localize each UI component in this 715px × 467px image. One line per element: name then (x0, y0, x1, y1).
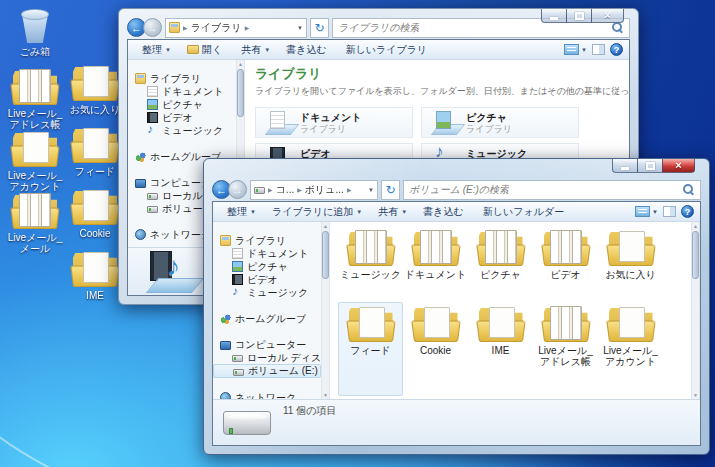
folder-item[interactable]: ビデオ (533, 226, 598, 302)
toolbar: 整理▼ライブラリに追加▼共有▼書き込む新しいフォルダー ▼ ? (213, 202, 700, 222)
nav-item[interactable]: ピクチャ (128, 98, 236, 111)
page-subtitle: ライブラリを開いてファイルを表示し、フォルダー別、日付別、またはその他の基準に従… (255, 85, 629, 98)
search-icon (612, 22, 624, 34)
content-pane: ミュージック ドキュメント ピクチャ ビデオ お気に入り フィード Cookie… (330, 222, 691, 399)
scrollbar-thumb[interactable] (322, 231, 329, 279)
refresh-button[interactable]: ↻ (381, 180, 400, 200)
window-volume-e[interactable]: × ← → ▶ コ...▶ボリュ...▶ ▼ ↻ ボリューム (E:)の検索 整… (203, 158, 710, 455)
nav-item[interactable]: ライブラリ (128, 72, 236, 85)
folder-item[interactable]: Cookie (403, 302, 468, 396)
folder-item[interactable]: IME (468, 302, 533, 396)
breadcrumb-item[interactable]: ボリュ...▶ (305, 183, 355, 197)
toolbar-button[interactable]: 書き込む (278, 41, 337, 59)
scrollbar-thumb[interactable] (692, 231, 699, 279)
window-client-area: 整理▼ライブラリに追加▼共有▼書き込む新しいフォルダー ▼ ? ライブラリドキュ… (212, 201, 701, 446)
forward-button[interactable]: → (143, 18, 162, 37)
help-button[interactable]: ? (681, 205, 694, 218)
content-scrollbar[interactable]: ▲▼ (691, 222, 700, 399)
scroll-up-icon[interactable]: ▲ (238, 61, 243, 67)
folder-front (476, 320, 525, 342)
library-item[interactable]: ピクチャライブラリ (421, 107, 579, 138)
desktop-icon[interactable]: Liveメール_アカウント (4, 130, 66, 192)
chevron-down-icon: ▼ (165, 47, 171, 53)
nav-item[interactable]: ピクチャ (213, 260, 321, 273)
folder-item[interactable]: Liveメール_アドレス帳 (533, 302, 598, 396)
breadcrumb-item[interactable]: ライブラリ▶ (191, 21, 253, 35)
library-item[interactable]: ドキュメントライブラリ (255, 107, 413, 138)
toolbar-button[interactable]: ライブラリに追加▼ (264, 203, 370, 221)
search-box[interactable]: ボリューム (E:)の検索 (403, 180, 701, 200)
nav-item[interactable]: ローカル ディスク (C:) (213, 351, 321, 364)
help-button[interactable]: ? (610, 43, 623, 56)
nav-item[interactable]: ミュージック (128, 124, 236, 137)
preview-pane-button[interactable] (663, 206, 676, 217)
folder-item[interactable]: ミュージック (338, 226, 403, 302)
close-icon: × (675, 160, 681, 171)
scroll-down-icon[interactable]: ▼ (323, 392, 328, 398)
close-button[interactable]: × (662, 159, 695, 173)
scroll-up-icon[interactable]: ▲ (323, 223, 328, 229)
toolbar-button[interactable]: 新しいライブラリ (338, 41, 439, 59)
minimize-button[interactable] (612, 159, 638, 173)
maximize-button[interactable] (566, 9, 592, 23)
refresh-button[interactable]: ↻ (310, 18, 329, 38)
breadcrumb[interactable]: ▶ ライブラリ▶ ▼ (165, 18, 307, 38)
close-button[interactable]: × (591, 9, 624, 23)
breadcrumb-item[interactable]: コ...▶ (276, 183, 305, 197)
chevron-down-icon[interactable]: ▼ (297, 25, 303, 31)
nav-item[interactable]: ライブラリ (213, 234, 321, 247)
toolbar-button[interactable]: 書き込む (415, 203, 474, 221)
nav-item[interactable]: ホームグループ (213, 312, 321, 325)
preview-pane-button[interactable] (592, 44, 605, 55)
toolbar-button[interactable]: 新しいフォルダー (475, 203, 575, 221)
breadcrumb[interactable]: ▶ コ...▶ボリュ...▶ ▼ (250, 180, 378, 200)
scroll-down-icon[interactable]: ▼ (693, 392, 698, 398)
views-icon (635, 206, 650, 217)
toolbar-button[interactable]: 共有▼ (370, 203, 415, 221)
folder-label: IME (492, 345, 510, 356)
folder-front (541, 244, 590, 266)
forward-button[interactable]: → (228, 180, 247, 199)
folder-item[interactable]: フィード (338, 302, 403, 396)
folder-front (70, 265, 119, 287)
nav-item[interactable]: コンピューター (213, 338, 321, 351)
folder-item[interactable]: お気に入り (598, 226, 663, 302)
toolbar-button[interactable]: 開く (179, 41, 233, 59)
toolbar-button[interactable]: 整理▼ (134, 41, 179, 59)
chevron-down-icon[interactable]: ▼ (368, 187, 374, 193)
desktop-icon[interactable]: Liveメール_メール (4, 192, 66, 254)
nav-item-icon (147, 112, 158, 123)
desktop-icon[interactable]: IME (64, 250, 126, 312)
folder-item[interactable]: ドキュメント (403, 226, 468, 302)
views-button[interactable]: ▼ (635, 206, 658, 217)
desktop-icon[interactable]: フィード (64, 126, 126, 188)
minimize-icon (550, 17, 558, 20)
nav-item-icon (147, 125, 158, 136)
nav-item[interactable]: ボリューム (E:) (213, 364, 321, 378)
folder-item[interactable]: Liveメール_アカウント (598, 302, 663, 396)
nav-item-icon (147, 86, 158, 97)
toolbar-button[interactable]: 共有▼ (233, 41, 278, 59)
desktop-icon[interactable]: Cookie (64, 188, 126, 250)
nav-item[interactable]: ネットワーク (213, 391, 321, 399)
toolbar-button[interactable]: 整理▼ (219, 203, 264, 221)
nav-item[interactable]: ビデオ (213, 273, 321, 286)
views-button[interactable]: ▼ (564, 44, 587, 55)
nav-item[interactable]: ドキュメント (213, 247, 321, 260)
scrollbar-thumb[interactable] (237, 69, 244, 117)
nav-item-icon (220, 313, 231, 324)
nav-item[interactable]: ミュージック (213, 286, 321, 299)
scroll-up-icon[interactable]: ▲ (693, 223, 698, 229)
nav-scrollbar[interactable]: ▲▼ (321, 222, 330, 399)
folder-icon (348, 229, 394, 267)
desktop-icon[interactable]: Liveメール_アドレス帳 (4, 68, 66, 130)
minimize-button[interactable] (541, 9, 567, 23)
desktop-icon[interactable]: お気に入り (64, 64, 126, 126)
maximize-button[interactable] (637, 159, 663, 173)
folder-front (606, 320, 655, 342)
nav-item[interactable]: ドキュメント (128, 85, 236, 98)
folder-item[interactable]: ピクチャ (468, 226, 533, 302)
desktop-icon[interactable]: ごみ箱 (4, 6, 66, 68)
nav-item[interactable]: ビデオ (128, 111, 236, 124)
breadcrumb-separator-icon: ▶ (245, 24, 250, 31)
